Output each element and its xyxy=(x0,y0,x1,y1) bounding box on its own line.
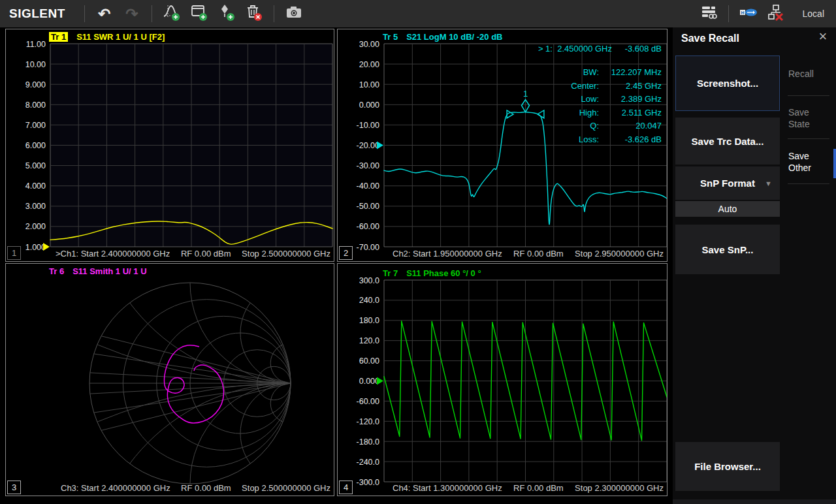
trace7-format: S11 Phase 60 °/ 0 ° xyxy=(406,268,481,278)
svg-text:-60.00: -60.00 xyxy=(357,222,379,231)
svg-text:-40.00: -40.00 xyxy=(357,181,379,191)
low-row: Low: 2.389 GHz xyxy=(571,93,662,106)
svg-text:5.000: 5.000 xyxy=(25,161,46,170)
svg-text:-50.00: -50.00 xyxy=(357,202,379,211)
ch1-start: >Ch1: Start 2.400000000 GHz xyxy=(56,249,170,259)
panel-bottom-strip xyxy=(673,499,836,504)
svg-text:4.000: 4.000 xyxy=(25,181,46,191)
usb-status-button[interactable]: H xyxy=(735,1,762,26)
svg-text:1.000: 1.000 xyxy=(25,243,46,252)
tab-save-state[interactable]: Save State xyxy=(788,106,831,130)
snp-format-value[interactable]: Auto xyxy=(675,201,780,217)
delete-button[interactable] xyxy=(240,1,268,26)
chevron-down-icon: ▼ xyxy=(765,180,772,187)
svg-text:8.000: 8.000 xyxy=(25,101,46,110)
svg-text:-300.0: -300.0 xyxy=(357,478,379,487)
file-browser-button[interactable]: File Browser... xyxy=(675,442,780,491)
low-value: 2.389 GHz xyxy=(599,93,662,106)
local-label[interactable]: Local xyxy=(803,8,824,19)
active-tab-indicator xyxy=(833,149,836,178)
smith-plot xyxy=(6,264,334,496)
ch4-stop: Stop 2.300000000 GHz xyxy=(575,483,664,493)
svg-text:6.000: 6.000 xyxy=(25,141,46,150)
high-value: 2.511 GHz xyxy=(599,106,662,120)
channel4-badge[interactable]: 4 xyxy=(339,480,353,494)
channel1-swr-window[interactable]: 11.0010.009.0008.0007.0006.0005.0004.000… xyxy=(5,29,334,262)
tab-save-other[interactable]: Save Other xyxy=(788,150,831,174)
save-trc-data-button[interactable]: Save Trc Data... xyxy=(675,118,780,165)
close-icon[interactable]: × xyxy=(816,29,830,44)
svg-text:0.000: 0.000 xyxy=(359,101,379,110)
loss-label: Loss: xyxy=(579,133,599,147)
marker1-readout: > 1: 2.450000 GHz -3.608 dB xyxy=(538,44,662,54)
trace6-title: Tr 6 S11 Smith 1 U/ 1 U xyxy=(49,266,147,276)
center-label: Center: xyxy=(571,80,599,93)
save-snp-label: Save SnP... xyxy=(702,244,754,255)
channel3-badge[interactable]: 3 xyxy=(7,480,21,494)
redo-button[interactable]: ↷ xyxy=(118,1,146,26)
camera-icon xyxy=(285,3,303,24)
lan-status-button[interactable] xyxy=(762,1,790,26)
siglent-logo: SIGLENT xyxy=(0,7,78,21)
ch1-stop: Stop 2.500000000 GHz xyxy=(242,249,330,259)
trace1-title: Tr 1 S11 SWR 1 U/ 1 U [F2] xyxy=(49,32,165,42)
screenshot-save-button[interactable]: Screenshot... xyxy=(675,55,780,111)
toolbar: SIGLENT ↶ ↷ xyxy=(0,0,836,27)
svg-text:3.000: 3.000 xyxy=(25,202,46,211)
channel1-footer: >Ch1: Start 2.400000000 GHz RF 0.00 dBm … xyxy=(56,247,330,260)
ch3-stop: Stop 2.500000000 GHz xyxy=(242,483,330,493)
add-window-button[interactable] xyxy=(185,1,213,26)
channel2-s21-window[interactable]: 30.0020.0010.000.000-10.00-20.00-30.00-4… xyxy=(337,29,667,262)
trace6-format: S11 Smith 1 U/ 1 U xyxy=(72,266,146,276)
low-label: Low: xyxy=(581,93,599,106)
toolbar-separator xyxy=(728,5,729,22)
file-browser-label: File Browser... xyxy=(694,461,761,472)
trace1-label[interactable]: Tr 1 xyxy=(49,32,68,42)
loss-row: Loss: -3.626 dB xyxy=(571,133,662,147)
tab-recall[interactable]: Recall xyxy=(788,68,831,80)
svg-text:10.00: 10.00 xyxy=(359,80,379,89)
svg-text:H: H xyxy=(741,10,744,15)
add-marker-button[interactable] xyxy=(213,1,240,26)
svg-text:10.00: 10.00 xyxy=(25,60,46,69)
toolbar-separator xyxy=(84,5,85,22)
bw-row: BW: 122.207 MHz xyxy=(571,66,662,80)
ch3-start: Ch3: Start 2.400000000 GHz xyxy=(61,483,170,493)
ch2-stop: Stop 2.950000000 GHz xyxy=(575,249,664,259)
redo-icon: ↷ xyxy=(125,5,138,23)
trace7-label[interactable]: Tr 7 xyxy=(383,268,398,278)
svg-text:1: 1 xyxy=(523,89,528,99)
snp-format-dropdown[interactable]: SnP Format ▼ xyxy=(675,166,780,200)
channel3-smith-window[interactable]: Tr 6 S11 Smith 1 U/ 1 U 3 Ch3: Start 2.4… xyxy=(5,263,334,496)
svg-text:-30.00: -30.00 xyxy=(357,161,379,170)
high-label: High: xyxy=(579,106,599,120)
save-snp-button[interactable]: Save SnP... xyxy=(675,225,780,274)
ch4-start: Ch4: Start 1.300000000 GHz xyxy=(393,483,502,493)
svg-text:120.0: 120.0 xyxy=(359,336,379,345)
screenshot-save-label: Screenshot... xyxy=(697,78,758,89)
bandwidth-readout: BW: 122.207 MHz Center: 2.45 GHz Low: 2.… xyxy=(571,66,662,147)
screenshot-button[interactable] xyxy=(280,1,308,26)
undo-button[interactable]: ↶ xyxy=(91,1,118,26)
save-trc-data-label: Save Trc Data... xyxy=(692,136,764,147)
svg-text:-180.0: -180.0 xyxy=(357,437,379,447)
swr-plot: 11.0010.009.0008.0007.0006.0005.0004.000… xyxy=(6,29,334,261)
svg-text:60.00: 60.00 xyxy=(359,356,379,366)
marker-add-icon xyxy=(217,3,236,24)
phase-plot: 300.0240.0180.0120.060.000.000-60.00-120… xyxy=(338,264,667,496)
channel1-badge[interactable]: 1 xyxy=(7,246,21,260)
trace5-label[interactable]: Tr 5 xyxy=(383,32,398,42)
svg-text:2.000: 2.000 xyxy=(25,222,46,231)
svg-text:-20.00: -20.00 xyxy=(357,141,379,150)
high-row: High: 2.511 GHz xyxy=(571,106,662,120)
svg-text:-60.00: -60.00 xyxy=(357,397,379,406)
window-add-icon xyxy=(190,3,208,24)
tab-divider xyxy=(788,183,829,184)
channel2-badge[interactable]: 2 xyxy=(339,246,353,260)
channel4-footer: Ch4: Start 1.300000000 GHz RF 0.00 dBm S… xyxy=(393,482,664,494)
trace6-label[interactable]: Tr 6 xyxy=(49,266,64,276)
window-layout-button[interactable] xyxy=(695,1,722,26)
channel4-phase-window[interactable]: 300.0240.0180.0120.060.000.000-60.00-120… xyxy=(337,263,667,496)
add-trace-button[interactable] xyxy=(158,1,185,26)
ch2-start: Ch2: Start 1.950000000 GHz xyxy=(393,249,502,259)
